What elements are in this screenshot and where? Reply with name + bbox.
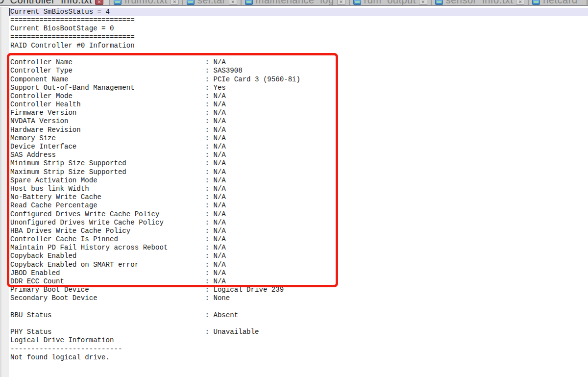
notepad-window: ID_Controller_Info.txt ✕ fruinfo.txt ✕ s…	[0, 0, 588, 377]
editor-line[interactable]: RAID Controller #0 Information	[9, 42, 588, 50]
editor-line[interactable]: Current SmBiosStatus = 4	[9, 8, 588, 16]
editor-line[interactable]: Spare Activation Mode : N/A	[9, 176, 588, 185]
editor-line[interactable]: Maintain PD Fail History across Reboot :…	[9, 244, 588, 252]
editor-line[interactable]: DDR ECC Count : N/A	[9, 277, 588, 286]
tab-label: sel.tar	[197, 0, 226, 5]
editor-line[interactable]: Configured Drives Write Cache Policy : N…	[9, 210, 588, 219]
editor-line[interactable]: Minimum Strip Size Supported : N/A	[9, 159, 588, 168]
file-icon	[532, 0, 540, 5]
editor-line[interactable]: ==============================	[9, 16, 588, 25]
editor-line[interactable]: ---------------------------	[9, 345, 588, 353]
tab-id-controller-info[interactable]: ID_Controller_Info.txt ✕	[0, 0, 110, 5]
editor-line[interactable]: Logical Drive Information	[9, 336, 588, 345]
file-icon	[187, 0, 195, 5]
text-caret	[9, 8, 10, 16]
editor-line[interactable]: SAS Address : N/A	[9, 151, 588, 159]
close-icon[interactable]: ✕	[337, 0, 345, 5]
tab-label: sensor_info.txt	[446, 0, 514, 5]
editor-line[interactable]: Hardware Revision : N/A	[9, 126, 588, 134]
tab-label: maintenance_log	[256, 0, 334, 5]
close-icon[interactable]: ✕	[171, 0, 179, 5]
editor-line[interactable]: Read Cache Percentage : N/A	[9, 201, 588, 210]
editor-line[interactable]: Memory Size : N/A	[9, 134, 588, 143]
editor-line[interactable]: Unonfigured Drives Write Cache Policy : …	[9, 219, 588, 227]
editor-line[interactable]: Support Out-of-Band Management : Yes	[9, 84, 588, 92]
editor-line[interactable]: BBU Status : Absent	[9, 311, 588, 320]
tab-rdm-output[interactable]: rdm_output ✕	[350, 0, 432, 5]
tab-sensor-info[interactable]: sensor_info.txt ✕	[432, 0, 529, 5]
tab-sel-tar[interactable]: sel.tar ✕	[183, 0, 242, 5]
editor-line[interactable]: Controller Health : N/A	[9, 101, 588, 109]
editor-line[interactable]: Maximum Strip Size Supported : N/A	[9, 168, 588, 176]
tab-bar: ID_Controller_Info.txt ✕ fruinfo.txt ✕ s…	[0, 0, 588, 6]
tab-fruinfo[interactable]: fruinfo.txt ✕	[110, 0, 183, 5]
editor-line[interactable]: Copyback Enabled on SMART error : N/A	[9, 261, 588, 269]
close-icon[interactable]: ✕	[419, 0, 427, 5]
editor-line[interactable]: ==============================	[9, 33, 588, 42]
editor-line[interactable]: Not found logical drive.	[9, 353, 588, 362]
editor-line[interactable]: Primary Boot Device : Logical Drive 239	[9, 286, 588, 294]
editor-line[interactable]: Controller Cache Is Pinned : N/A	[9, 235, 588, 244]
editor-line[interactable]: Component Name : PCIe Card 3 (9560-8i)	[9, 75, 588, 84]
editor-line[interactable]	[9, 50, 588, 58]
tab-label: fruinfo.txt	[124, 0, 168, 5]
editor-line[interactable]: No-Battery Write Cache : N/A	[9, 193, 588, 201]
file-content: Current SmBiosStatus = 4================…	[9, 8, 588, 362]
text-editor[interactable]: Current SmBiosStatus = 4================…	[0, 7, 588, 377]
tab-label: netcard_	[543, 0, 583, 5]
editor-line[interactable]: Controller Mode : N/A	[9, 92, 588, 101]
editor-line[interactable]	[9, 320, 588, 328]
editor-line[interactable]: HBA Drives Write Cache Policy : N/A	[9, 227, 588, 235]
editor-line[interactable]: PHY Status : Unavailable	[9, 328, 588, 336]
close-icon[interactable]: ✕	[229, 0, 237, 5]
editor-line[interactable]: Host bus link Width : N/A	[9, 185, 588, 193]
close-icon[interactable]: ✕	[95, 0, 103, 5]
editor-margin	[0, 7, 9, 377]
editor-line[interactable]: Controller Name : N/A	[9, 58, 588, 67]
tab-label: rdm_output	[364, 0, 416, 5]
editor-line[interactable]: Device Interface : N/A	[9, 143, 588, 151]
file-icon	[435, 0, 443, 5]
tab-maintenance-log[interactable]: maintenance_log ✕	[242, 0, 350, 5]
tab-netcard[interactable]: netcard_	[529, 0, 588, 5]
tab-label: ID_Controller_Info.txt	[0, 0, 92, 5]
file-icon	[114, 0, 122, 5]
editor-line[interactable]: Current BiosBootStage = 0	[9, 25, 588, 33]
editor-line[interactable]: Secondary Boot Device : None	[9, 294, 588, 302]
editor-line[interactable]	[9, 303, 588, 311]
editor-line[interactable]: Controller Type : SAS3908	[9, 67, 588, 75]
editor-line[interactable]: Copyback Enabled : N/A	[9, 252, 588, 260]
file-icon	[353, 0, 361, 5]
close-icon[interactable]: ✕	[516, 0, 524, 5]
editor-line[interactable]: NVDATA Version : N/A	[9, 117, 588, 126]
editor-line[interactable]: Firmware Version : N/A	[9, 109, 588, 117]
editor-line[interactable]: JBOD Enabled : N/A	[9, 269, 588, 277]
file-icon	[245, 0, 253, 5]
